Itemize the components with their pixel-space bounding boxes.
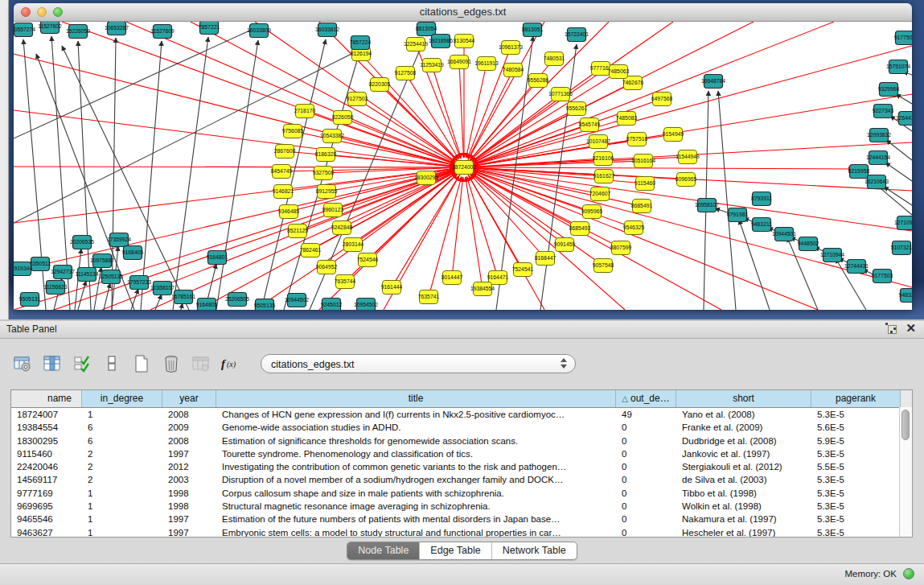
table-cell: Wolkin et al. (1998) [676,500,811,513]
network-window[interactable]: citations_edges.txt 91275038226058105433… [14,3,912,309]
float-window-icon[interactable] [885,323,896,333]
column-header-pagerank[interactable]: pagerank [811,390,901,407]
table-row[interactable]: 1872400712008Changes of HCN gene express… [11,408,912,421]
svg-text:10653287: 10653287 [105,25,129,31]
tab-edge-table[interactable]: Edge Table [420,542,491,559]
table-cell: 18300295 [11,435,82,447]
dropdown-stepper-icon [561,358,567,371]
svg-text:18300295: 18300295 [414,175,438,180]
table-cell: 18724007 [11,408,82,421]
svg-text:9556286: 9556286 [528,77,549,83]
svg-text:8226058: 8226058 [332,114,354,120]
svg-text:9177503: 9177503 [872,273,893,278]
table-selector-value: citations_edges.txt [271,359,355,370]
table-cell: Investigating the contribution of common… [216,460,616,473]
svg-text:12093832: 12093832 [867,132,891,138]
table-cell: Stergiakouli et al. (2012) [676,460,811,473]
svg-text:9095965: 9095965 [581,208,603,214]
table-row[interactable]: 946554611997Estimation of the future num… [11,513,912,525]
table-cell: Tibbo et al. (1998) [676,487,811,500]
svg-text:9483211: 9483211 [751,221,772,227]
table-cell: Corpus callosum shape and size in male p… [216,487,616,500]
table-cell: 0 [616,447,676,460]
table-cell: Franke et al. (2009) [676,421,811,434]
svg-text:9546325: 9546325 [623,225,645,230]
svg-text:9115460: 9115460 [634,180,655,186]
create-column-icon[interactable] [130,352,153,375]
table-cell: 2 [82,447,162,460]
show-columns-icon[interactable] [41,352,64,375]
svg-text:12505135: 12505135 [99,274,123,279]
delete-column-icon[interactable] [160,352,183,375]
table-header-row[interactable]: namein_degreeyeartitle△out_de…shortpager… [11,390,912,408]
table-cell: 1 [82,526,162,538]
svg-text:2803144: 2803144 [343,241,364,247]
table-cell: 5.3E-5 [811,500,901,513]
table-row[interactable]: 969969511998Structural magnetic resonanc… [11,500,912,513]
table-cell: Nakamura et al. (1997) [676,513,811,525]
table-cell: 6 [82,435,162,447]
svg-text:9327508: 9327508 [313,170,335,175]
table-scrollbar-thumb[interactable] [901,410,910,440]
table-cell: 1997 [162,447,216,460]
svg-text:19384554: 19384554 [470,286,495,291]
svg-text:9154949: 9154949 [663,131,684,137]
tab-node-table[interactable]: Node Table [347,542,420,559]
svg-text:10944501: 10944501 [772,231,796,237]
table-cell: 0 [616,513,676,525]
column-header-short[interactable]: short [676,390,811,407]
svg-text:8521125: 8521125 [287,228,308,233]
merge-columns-icon[interactable] [101,352,123,375]
table-row[interactable]: 946362711997Embryonic stem cells: a mode… [11,526,912,538]
column-header-name[interactable]: name [11,390,82,407]
svg-text:7635744: 7635744 [335,278,356,284]
svg-text:9057548: 9057548 [593,262,614,268]
close-panel-icon[interactable]: ✕ [906,323,916,333]
column-header-out_de[interactable]: △out_de… [616,390,676,407]
citation-network-graph[interactable]: 9127503822605810543382818632893275088912… [14,22,912,310]
column-header-title[interactable]: title [216,390,616,407]
svg-text:19611913: 19611913 [474,60,499,66]
table-settings-icon[interactable] [11,352,34,375]
row-selection-icon[interactable] [71,352,93,375]
table-selector-dropdown[interactable]: citations_edges.txt [261,354,576,373]
network-canvas[interactable]: 9127503822605810543382818632893275088912… [14,22,912,310]
svg-text:10358107: 10358107 [150,285,175,290]
table-row[interactable]: 2242004622012Investigating the contribut… [11,460,912,473]
svg-text:10557274: 10557274 [14,27,35,32]
tab-network-table[interactable]: Network Table [492,542,577,559]
svg-text:8757516: 8757516 [626,136,648,142]
memory-status-icon[interactable] [903,568,914,579]
svg-text:9227343: 9227343 [873,108,894,113]
table-cell: 9115460 [11,447,82,460]
table-cell: 2 [82,460,162,473]
table-row[interactable]: 1938455462009Genome-wide association stu… [11,421,912,434]
svg-text:9756085: 9756085 [282,128,304,134]
table-cell: Embryonic stem cells: a model to study s… [216,526,616,538]
svg-text:16033809: 16033809 [247,27,271,33]
table-cell: de Silva et al. (2003) [676,473,811,486]
svg-text:11156823: 11156823 [43,284,67,290]
column-header-year[interactable]: year [162,390,216,407]
table-cell: Jankovic et al. (1997) [676,447,811,460]
node-table[interactable]: namein_degreeyeartitle△out_de…shortpager… [10,389,913,538]
column-header-in_degree[interactable]: in_degree [82,390,162,407]
function-builder-icon[interactable]: f(x) [220,352,242,375]
table-row[interactable]: 1830029562008Estimation of significance … [11,435,912,447]
svg-text:6791981: 6791981 [727,212,749,217]
table-cell: Estimation of significance thresholds fo… [216,435,616,447]
svg-text:8813054: 8813054 [416,26,437,31]
table-scrollbar[interactable] [899,407,912,537]
table-row[interactable]: 977716911998Corpus callosum shape and si… [11,487,912,500]
svg-text:15751074: 15751074 [886,64,910,69]
svg-text:9505131: 9505131 [19,296,41,302]
svg-text:17359924: 17359924 [107,237,131,242]
svg-text:9146821: 9146821 [273,188,294,194]
table-cell: Yano et al. (2008) [676,408,811,421]
network-window-titlebar[interactable]: citations_edges.txt [14,3,912,22]
table-cell: 2009 [162,421,216,434]
svg-text:3919344: 3919344 [14,266,32,271]
table-row[interactable]: 911546021997Tourette syndrome. Phenomeno… [11,447,912,460]
table-row[interactable]: 1456911722003Disruption of a novel membe… [11,473,912,486]
svg-text:10771366: 10771366 [548,91,573,97]
